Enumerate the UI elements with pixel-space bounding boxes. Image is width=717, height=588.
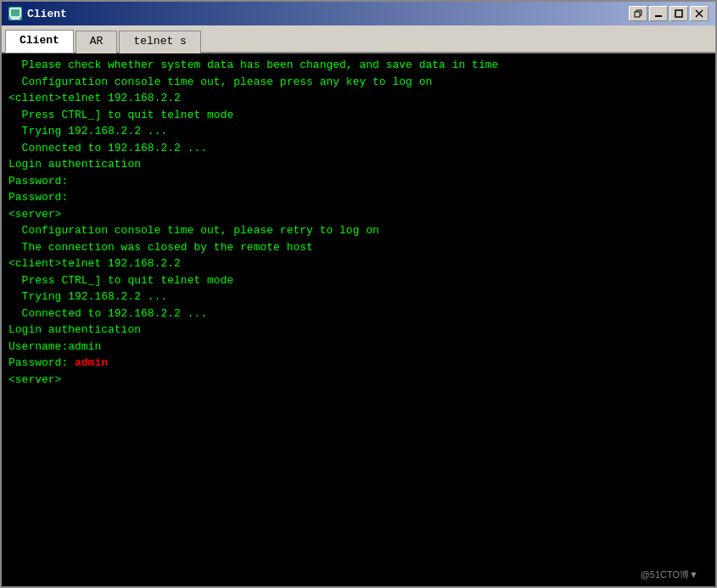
svg-rect-4: [635, 12, 640, 17]
main-window: Client: [0, 0, 717, 588]
terminal-line: Connected to 192.168.2.2 ...: [8, 305, 709, 322]
terminal-line: Press CTRL_] to quit telnet mode: [8, 107, 709, 124]
terminal-line: <client>telnet 192.168.2.2: [8, 90, 709, 107]
maximize-button[interactable]: [669, 6, 688, 21]
title-bar: Client: [2, 2, 715, 25]
terminal-line: Configuration console time out, please r…: [8, 222, 709, 239]
app-icon: [8, 7, 22, 20]
terminal-line: Username:admin: [8, 339, 709, 356]
terminal-line: Connected to 192.168.2.2 ...: [8, 140, 709, 157]
tab-telnet-s[interactable]: telnet s: [119, 31, 200, 53]
terminal-line: Password:: [8, 189, 709, 206]
terminal-line: Login authentication: [8, 156, 709, 173]
title-bar-left: Client: [8, 7, 67, 20]
tab-ar[interactable]: AR: [76, 31, 118, 53]
terminal-line: Login authentication: [8, 322, 709, 339]
terminal-line: Please check whether system data has bee…: [8, 57, 709, 74]
close-button[interactable]: [690, 6, 709, 21]
svg-rect-6: [675, 10, 682, 17]
watermark: @51CTO博▼: [641, 568, 698, 581]
terminal-line: Configuration console time out, please p…: [8, 74, 709, 91]
restore-button[interactable]: [629, 6, 647, 21]
window-title: Client: [27, 8, 67, 20]
terminal-line: <client>telnet 192.168.2.2: [8, 255, 709, 272]
terminal-line: The connection was closed by the remote …: [8, 239, 709, 256]
terminal-container: Please check whether system data has bee…: [2, 53, 715, 586]
terminal-line: Trying 192.168.2.2 ...: [8, 123, 709, 140]
tab-client[interactable]: Client: [5, 30, 74, 53]
terminal-line: Password:: [8, 173, 709, 190]
title-buttons: [629, 6, 709, 21]
terminal-line: Trying 192.168.2.2 ...: [8, 288, 709, 305]
terminal-line: <server>: [8, 206, 709, 223]
terminal-line: Press CTRL_] to quit telnet mode: [8, 272, 709, 289]
minimize-button[interactable]: [649, 6, 668, 21]
terminal-output[interactable]: Please check whether system data has bee…: [2, 53, 715, 586]
tab-bar: Client AR telnet s: [2, 25, 715, 53]
svg-rect-0: [10, 8, 20, 17]
terminal-line: <server>: [8, 372, 709, 389]
terminal-line: Password: admin: [8, 355, 709, 372]
